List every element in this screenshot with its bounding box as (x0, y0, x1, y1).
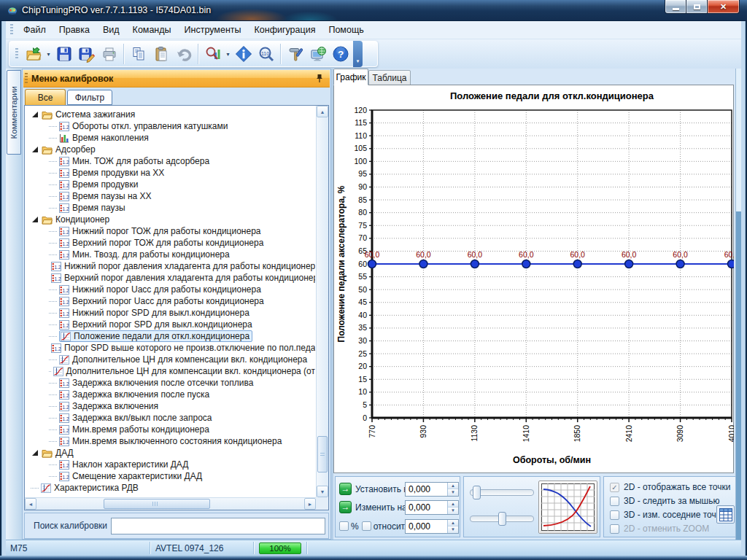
tree-item[interactable]: Система зажигания (26, 109, 315, 120)
tree-item[interactable]: 1.2Нижний порог Uacc для работы кондицио… (26, 284, 315, 295)
menu-1[interactable]: Правка (53, 25, 96, 35)
spin-down-icon[interactable]: ▼ (448, 507, 458, 514)
tree-item[interactable]: 1.2Верхний порог давления хладагента для… (26, 272, 315, 284)
help-button[interactable]: ? (329, 42, 352, 66)
relative-value[interactable]: 0,000 (406, 520, 447, 533)
tree-item[interactable]: Положение педали для откл.кондиционера (26, 330, 315, 342)
toolbar-grip[interactable] (15, 48, 18, 60)
tree-item[interactable]: ДАД (26, 447, 315, 459)
view-option-checkbox[interactable] (610, 524, 619, 534)
tree-item[interactable]: 1.2Задержка включения после пуска (26, 389, 315, 400)
tree-item[interactable]: 1.2Мин.время выключенного состояния конд… (26, 435, 315, 447)
web-update-button[interactable] (306, 42, 329, 66)
tree-item[interactable]: 1.2Нижний порог давления хладагента для … (26, 260, 315, 272)
menu-6[interactable]: Помощь (322, 25, 370, 35)
selected-tree-item[interactable]: Положение педали для откл.кондиционера (59, 330, 252, 342)
curve-preview-button[interactable] (538, 481, 597, 534)
view-option-checkbox[interactable]: ✓ (610, 483, 619, 492)
minimize-button[interactable] (665, 0, 686, 14)
tree-item[interactable]: 1.2Верхний порог Uacc для работы кондици… (26, 295, 315, 307)
set-value[interactable]: 0,000 (406, 483, 447, 496)
tree-item[interactable]: Адсорбер (26, 144, 315, 155)
expand-triangle-icon[interactable] (32, 217, 38, 222)
vertical-scroll-thumb[interactable] (317, 436, 328, 472)
set-value-spinner[interactable]: 0,000 ▲▼ (405, 482, 459, 497)
dropdown-arrow-icon[interactable]: ▾ (44, 42, 53, 66)
spin-up-icon[interactable]: ▲ (448, 520, 458, 526)
save-edit-button[interactable] (75, 42, 98, 66)
spin-down-icon[interactable]: ▼ (448, 526, 458, 533)
tree-item[interactable]: 1.2Порог SPD выше которого не произв.отк… (26, 342, 315, 354)
expand-triangle-icon[interactable] (32, 450, 38, 456)
tree-item[interactable]: 1.2Нижний порог ТОЖ для работы кондицион… (26, 225, 315, 237)
tab-filter[interactable]: Фильтр (67, 90, 112, 105)
view-option-checkbox[interactable] (610, 497, 619, 506)
tree-item[interactable]: 1.2Задержка вкл/выкл после запроса (26, 412, 315, 424)
tree-item[interactable]: Характеристика РДВ (26, 482, 315, 494)
tree-item[interactable]: Дополнительное ЦН для компенсации вкл. к… (26, 354, 315, 365)
slider-thumb[interactable] (498, 512, 506, 526)
tree-item[interactable]: Время накопления (26, 132, 315, 144)
tree-item[interactable]: 1.2Мин. ТОЖ для работы адсорбера (26, 155, 315, 167)
copy-button[interactable] (127, 42, 150, 66)
tree-item[interactable]: 1.2Смещение характеристики ДАД (26, 470, 315, 482)
tree-item[interactable]: 1.2Задержка включения после отсечки топл… (26, 377, 315, 389)
toolbar-overflow-button[interactable]: ▾ (353, 41, 363, 67)
zoom-110-button[interactable]: 110 (255, 42, 277, 66)
change-value[interactable]: 0,000 (406, 501, 447, 514)
tree-item[interactable]: 1.2Время продувки (26, 179, 315, 190)
scroll-down-button[interactable]: ▼ (317, 486, 328, 497)
apply-change-button[interactable]: → (339, 501, 352, 513)
comments-side-tab[interactable]: Комментарии (7, 70, 21, 155)
tree-item[interactable]: 1.2Время паузы (26, 202, 315, 214)
tree-item[interactable]: 1.2Мин.время работы кондиционера (26, 424, 315, 435)
expand-triangle-icon[interactable] (32, 147, 38, 152)
scroll-right-button[interactable]: ► (304, 498, 316, 510)
scroll-left-button[interactable]: ◄ (25, 498, 36, 510)
pin-icon[interactable] (315, 74, 324, 83)
close-button[interactable]: ✕ (708, 0, 740, 14)
save-button[interactable] (53, 42, 75, 66)
relative-value-spinner[interactable]: 0,000 ▲▼ (405, 519, 459, 534)
apply-set-button[interactable]: → (339, 483, 352, 495)
menu-4[interactable]: Инструменты (178, 25, 248, 35)
panel-right-scrollbar[interactable] (735, 69, 741, 540)
info-button[interactable] (232, 42, 255, 66)
tree-item[interactable]: 1.2Время паузы на XX (26, 190, 315, 202)
calibration-search-input[interactable] (111, 518, 325, 534)
menu-0[interactable]: Файл (17, 25, 53, 35)
tree-item[interactable]: 1.2Наклон характеристики ДАД (26, 459, 315, 470)
undo-button[interactable] (172, 42, 195, 66)
open-folder-button[interactable] (22, 42, 44, 66)
percent-checkbox[interactable] (339, 521, 349, 531)
tree-item[interactable]: 1.2Нижний порог SPD для выкл.кондиционер… (26, 307, 315, 319)
horizontal-scroll-thumb[interactable] (104, 499, 210, 509)
chart-zoom-button[interactable] (201, 42, 224, 66)
tree-item[interactable]: 1.2Обороты откл. управления катушками (26, 120, 315, 132)
smoothing-slider-2[interactable] (470, 516, 534, 522)
dropdown-arrow-icon[interactable]: ▾ (224, 42, 232, 66)
spin-up-icon[interactable]: ▲ (448, 501, 458, 508)
menubar-grip[interactable] (10, 24, 13, 36)
tree-horizontal-scrollbar[interactable]: ◄ ► (25, 497, 316, 510)
tree-item[interactable]: 1.2Верхний порог ТОЖ для работы кондицио… (26, 237, 315, 249)
paste-button[interactable] (150, 42, 172, 66)
tab-all[interactable]: Все (25, 89, 66, 105)
print-button[interactable] (98, 42, 120, 66)
relative-checkbox[interactable] (362, 521, 371, 531)
tools-button[interactable] (284, 42, 306, 66)
menu-5[interactable]: Конфигурация (248, 25, 322, 35)
tree-vertical-scrollbar[interactable]: ▲ ▼ (316, 106, 328, 497)
tree-item[interactable]: 1.2Верхний порог SPD для выкл.кондиционе… (26, 319, 315, 330)
tree-item[interactable]: 1.2Мин. Твозд. для работы кондиционера (26, 249, 315, 260)
tree-item[interactable]: 1.2Время продувки на XX (26, 167, 315, 179)
tree-item[interactable]: 1.2Задержка включения (26, 400, 315, 412)
scroll-up-button[interactable]: ▲ (317, 106, 328, 117)
expand-triangle-icon[interactable] (32, 112, 38, 117)
menu-3[interactable]: Команды (126, 25, 178, 35)
view-option-checkbox[interactable] (610, 510, 619, 520)
tree-item[interactable]: Дополнительное ЦН для компенсации вкл. к… (26, 365, 315, 377)
table-grid-button[interactable] (716, 505, 735, 524)
tab-table[interactable]: Таблица (368, 70, 411, 85)
chart-plot[interactable]: 0510152025303540455055606570758085909510… (334, 104, 734, 472)
